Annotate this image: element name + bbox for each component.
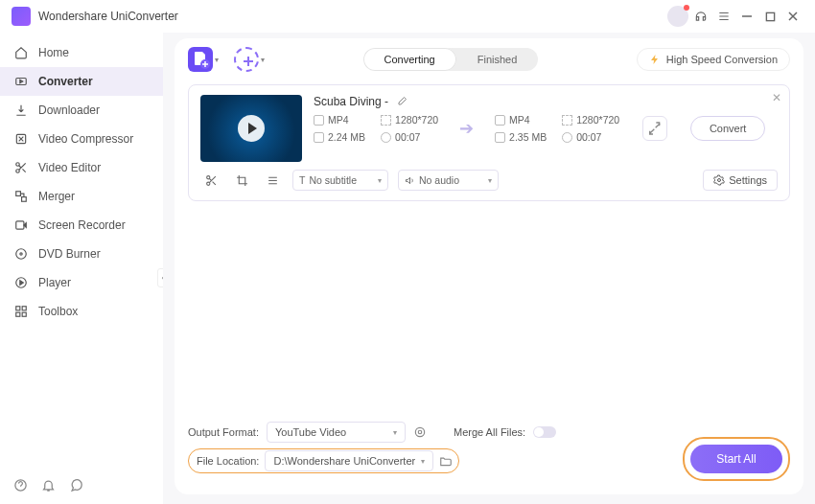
tab-finished[interactable]: Finished xyxy=(456,48,539,71)
settings-button[interactable]: Settings xyxy=(703,170,778,191)
target-icon[interactable] xyxy=(413,425,427,439)
sidebar-item-dvd[interactable]: DVD Burner xyxy=(0,240,163,268)
start-all-button[interactable]: Start All xyxy=(690,445,782,473)
help-icon[interactable] xyxy=(13,478,28,493)
video-thumbnail[interactable] xyxy=(200,95,302,162)
sidebar-item-player[interactable]: Player xyxy=(0,268,163,297)
sidebar-item-label: Player xyxy=(38,276,71,289)
bolt-icon xyxy=(649,54,661,65)
svg-point-19 xyxy=(718,179,721,182)
headset-icon[interactable] xyxy=(690,6,711,27)
minimize-icon[interactable] xyxy=(736,6,757,27)
file-location-dropdown[interactable]: D:\Wondershare UniConverter▾ xyxy=(265,450,433,471)
svg-point-20 xyxy=(415,427,424,436)
chevron-down-icon: ▾ xyxy=(215,56,219,64)
trim-icon[interactable] xyxy=(200,172,221,189)
sidebar-item-toolbox[interactable]: Toolbox xyxy=(0,297,163,326)
folder-open-icon[interactable] xyxy=(439,454,453,468)
clock-icon xyxy=(381,132,391,143)
resolution-icon xyxy=(562,115,572,126)
recorder-icon xyxy=(13,218,29,232)
tabs: Converting Finished xyxy=(363,48,539,71)
scissors-icon xyxy=(13,161,29,174)
converter-icon xyxy=(13,75,29,88)
remove-file-icon[interactable]: ✕ xyxy=(772,91,781,104)
chevron-down-icon: ▾ xyxy=(261,56,265,64)
sidebar-item-label: Screen Recorder xyxy=(38,218,126,232)
chevron-down-icon: ▾ xyxy=(421,457,425,466)
sidebar-item-label: Home xyxy=(38,46,69,59)
audio-dropdown[interactable]: No audio▾ xyxy=(398,170,499,191)
merger-icon xyxy=(13,190,29,203)
app-logo xyxy=(12,7,31,26)
sidebar-item-label: Video Editor xyxy=(38,161,101,174)
svg-point-9 xyxy=(20,253,22,255)
sidebar-item-label: Merger xyxy=(38,190,75,203)
app-title: Wondershare UniConverter xyxy=(38,10,178,23)
close-icon[interactable] xyxy=(782,6,803,27)
sidebar-item-converter[interactable]: Converter xyxy=(0,67,163,96)
add-file-button[interactable]: ▾ xyxy=(188,47,219,72)
add-url-button[interactable]: ▾ xyxy=(234,47,265,72)
maximize-icon[interactable] xyxy=(759,6,780,27)
high-speed-label: High Speed Conversion xyxy=(666,54,778,65)
chevron-down-icon: ▾ xyxy=(393,428,397,437)
download-icon xyxy=(13,103,29,117)
bell-icon[interactable] xyxy=(41,478,56,493)
src-format: MP4 xyxy=(328,114,349,126)
format-icon xyxy=(495,115,505,126)
gear-icon xyxy=(713,174,725,186)
crop-icon[interactable] xyxy=(231,172,252,189)
file-plus-icon xyxy=(188,47,213,72)
account-icon[interactable] xyxy=(667,6,688,27)
dst-dur: 00:07 xyxy=(576,131,601,143)
chevron-down-icon: ▾ xyxy=(488,176,492,185)
chat-icon[interactable] xyxy=(69,478,83,493)
size-icon xyxy=(314,132,324,143)
svg-rect-12 xyxy=(22,307,26,310)
subtitle-dropdown[interactable]: TNo subtitle▾ xyxy=(292,170,388,191)
dst-size: 2.35 MB xyxy=(509,131,547,143)
size-icon xyxy=(495,132,505,143)
svg-rect-14 xyxy=(22,312,26,316)
file-name: Scuba Diving - xyxy=(314,95,388,108)
merge-toggle[interactable] xyxy=(533,426,556,438)
svg-rect-6 xyxy=(22,197,27,202)
output-settings-icon[interactable] xyxy=(642,116,667,141)
home-icon xyxy=(13,46,29,59)
svg-rect-7 xyxy=(16,221,24,229)
resolution-icon xyxy=(381,115,391,126)
sidebar-item-label: DVD Burner xyxy=(38,247,101,261)
sidebar-item-downloader[interactable]: Downloader xyxy=(0,96,163,125)
src-res: 1280*720 xyxy=(395,114,438,126)
file-card: ✕ Scuba Diving - MP4 2.24 MB xyxy=(188,84,790,201)
merge-label: Merge All Files: xyxy=(454,426,525,438)
compressor-icon xyxy=(13,132,29,146)
menu-icon[interactable] xyxy=(713,6,734,27)
high-speed-button[interactable]: High Speed Conversion xyxy=(637,48,790,71)
grid-icon xyxy=(13,305,29,318)
convert-button[interactable]: Convert xyxy=(690,116,765,141)
svg-rect-0 xyxy=(766,12,774,20)
clock-icon xyxy=(562,132,572,143)
disc-icon xyxy=(13,247,29,261)
effects-icon[interactable] xyxy=(262,172,283,189)
edit-name-icon[interactable] xyxy=(396,96,408,107)
dst-res: 1280*720 xyxy=(576,114,619,126)
sidebar-item-label: Video Compressor xyxy=(38,132,133,146)
arrow-right-icon: ➔ xyxy=(459,118,474,139)
sidebar-item-compressor[interactable]: Video Compressor xyxy=(0,125,163,153)
output-format-dropdown[interactable]: YouTube Video▾ xyxy=(267,422,406,443)
file-location-label: File Location: xyxy=(197,455,259,467)
tab-converting[interactable]: Converting xyxy=(363,48,456,71)
sidebar-item-editor[interactable]: Video Editor xyxy=(0,153,163,182)
svg-rect-11 xyxy=(16,307,20,310)
sidebar-item-merger[interactable]: Merger xyxy=(0,182,163,211)
sidebar-item-recorder[interactable]: Screen Recorder xyxy=(0,211,163,240)
sidebar-item-label: Converter xyxy=(38,75,93,88)
svg-point-21 xyxy=(418,430,422,434)
format-icon xyxy=(314,115,324,126)
sidebar-item-home[interactable]: Home xyxy=(0,38,163,67)
svg-rect-13 xyxy=(16,312,20,316)
output-format-label: Output Format: xyxy=(188,426,259,438)
